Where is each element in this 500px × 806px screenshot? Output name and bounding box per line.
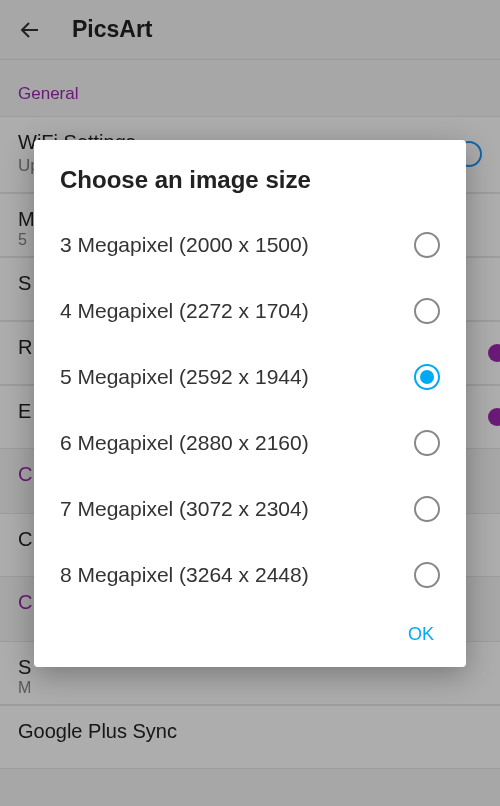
ok-button[interactable]: OK — [398, 618, 444, 651]
radio-icon[interactable] — [414, 298, 440, 324]
image-size-option[interactable]: 8 Megapixel (3264 x 2448) — [34, 542, 466, 608]
radio-icon[interactable] — [414, 430, 440, 456]
option-label: 7 Megapixel (3072 x 2304) — [60, 495, 414, 522]
radio-icon[interactable] — [414, 562, 440, 588]
radio-icon[interactable] — [414, 496, 440, 522]
radio-icon[interactable] — [414, 364, 440, 390]
option-label: 4 Megapixel (2272 x 1704) — [60, 297, 414, 324]
image-size-option[interactable]: 6 Megapixel (2880 x 2160) — [34, 410, 466, 476]
image-size-option[interactable]: 4 Megapixel (2272 x 1704) — [34, 278, 466, 344]
radio-icon[interactable] — [414, 232, 440, 258]
dialog-title: Choose an image size — [34, 162, 466, 212]
image-size-option[interactable]: 7 Megapixel (3072 x 2304) — [34, 476, 466, 542]
option-label: 8 Megapixel (3264 x 2448) — [60, 561, 414, 588]
option-label: 6 Megapixel (2880 x 2160) — [60, 429, 414, 456]
option-label: 5 Megapixel (2592 x 1944) — [60, 363, 414, 390]
image-size-option[interactable]: 5 Megapixel (2592 x 1944) — [34, 344, 466, 410]
options-list: 3 Megapixel (2000 x 1500)4 Megapixel (22… — [34, 212, 466, 608]
option-label: 3 Megapixel (2000 x 1500) — [60, 231, 414, 258]
image-size-option[interactable]: 3 Megapixel (2000 x 1500) — [34, 212, 466, 278]
modal-overlay[interactable]: Choose an image size 3 Megapixel (2000 x… — [0, 0, 500, 806]
image-size-dialog: Choose an image size 3 Megapixel (2000 x… — [34, 140, 466, 667]
